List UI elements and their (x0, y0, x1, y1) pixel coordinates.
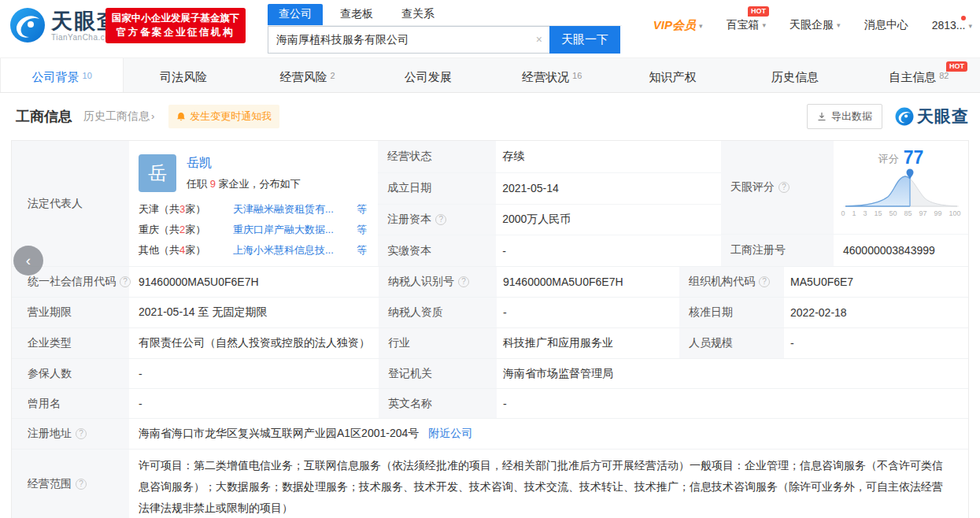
badge-line2: 官方备案企业征信机构 (105, 25, 246, 39)
company-link[interactable]: 重庆口岸产融大数据... (233, 220, 334, 240)
help-icon[interactable]: ? (76, 428, 87, 439)
search-tabs: 查公司 查老板 查关系 (268, 4, 622, 26)
field-value: 有限责任公司（自然人投资或控股的法人独资） (129, 328, 379, 358)
search-input[interactable] (268, 27, 549, 53)
field-value: 科技推广和应用服务业 (497, 328, 679, 358)
search-tab-company[interactable]: 查公司 (268, 4, 323, 25)
vip-member-link[interactable]: VIP会员▾ (653, 18, 703, 33)
field-value: 460000003843999 (834, 235, 968, 266)
history-info-link[interactable]: 历史工商信息› (83, 109, 154, 124)
bell-icon (176, 112, 186, 122)
site-logo[interactable]: 天眼查 TianYanCha.com (9, 7, 120, 43)
table-row: 统一社会信用代码? 91460000MA5U0F6E7H 纳税人识别号? 914… (12, 267, 968, 298)
tab-judicial-risk[interactable]: 司法风险 (124, 58, 246, 92)
field-value: - (496, 235, 721, 266)
more-link[interactable]: 等 (357, 240, 367, 261)
table-row: 企业类型 有限责任公司（自然人投资或控股的法人独资） 行业 科技推广和应用服务业… (12, 328, 968, 359)
toolbox-link[interactable]: HOT百宝箱▾ (727, 18, 767, 32)
tab-company-development[interactable]: 公司发展 (368, 58, 490, 92)
more-link[interactable]: 等 (357, 220, 367, 240)
field-value: - (129, 389, 379, 418)
field-value: 2022-02-18 (784, 298, 968, 327)
table-row: 营业期限 2021-05-14 至 无固定期限 纳税人资质 - 核准日期 202… (12, 298, 968, 328)
chevron-right-icon: › (151, 110, 154, 122)
tianyan-score-chart: 评分77 (834, 141, 968, 234)
list-item: 重庆（共2家） 重庆口岸产融大数据... 等 (139, 220, 378, 240)
search-area: 查公司 查老板 查关系 × 天眼一下 (268, 4, 622, 54)
field-value: 91460000MA5U0F6E7H (497, 267, 679, 297)
more-link[interactable]: 等 (357, 199, 367, 220)
list-item: 其他（共4家） 上海小米慧科信息技... 等 (139, 240, 378, 261)
field-label: 纳税人资质 (379, 298, 497, 327)
field-label: 组织机构代码? (679, 267, 784, 297)
field-value: - (497, 389, 968, 418)
field-value: - (784, 328, 968, 358)
section-title: 工商信息 (16, 107, 72, 126)
table-row: 参保人数 - 登记机关 海南省市场监督管理局 (12, 359, 968, 389)
tab-history-info[interactable]: 历史信息 (735, 58, 857, 92)
search-button[interactable]: 天眼一下 (549, 26, 620, 54)
user-menu: VIP会员▾ HOT百宝箱▾ 天眼企服▾ 消息中心 2813...▾ (653, 0, 972, 50)
help-icon[interactable]: ? (76, 479, 87, 490)
field-value: 海南省市场监督管理局 (497, 359, 968, 388)
hot-badge: HOT (946, 61, 967, 72)
field-label: 经营范围? (12, 450, 129, 518)
tab-operating-status[interactable]: 经营状况16 (491, 58, 613, 92)
field-value: 2021-05-14 至 无固定期限 (129, 298, 379, 327)
help-icon[interactable]: ? (759, 276, 770, 287)
enterprise-service-link[interactable]: 天眼企服▾ (790, 18, 841, 32)
help-icon[interactable]: ? (778, 182, 790, 193)
field-label: 核准日期 (679, 298, 784, 327)
chevron-down-icon: ▾ (968, 22, 972, 30)
watermark-title: 天眼查 (917, 105, 969, 128)
user-account-menu[interactable]: 2813...▾ (932, 19, 972, 31)
chevron-down-icon: ▾ (837, 21, 841, 29)
nearby-companies-link[interactable]: 附近公司 (428, 427, 472, 441)
field-label: 英文名称 (379, 389, 497, 418)
field-label: 曾用名 (12, 389, 129, 418)
tianyancha-logo-icon (9, 7, 46, 43)
score-caption: 评分 (878, 153, 899, 165)
company-link[interactable]: 天津融米融资租赁有... (233, 199, 334, 220)
help-icon[interactable]: ? (435, 214, 446, 225)
help-icon[interactable]: ? (458, 276, 469, 287)
avatar[interactable]: 岳 (139, 154, 176, 192)
hot-badge: HOT (748, 6, 769, 17)
tab-intellectual-property[interactable]: 知识产权 (613, 58, 735, 92)
search-tab-boss[interactable]: 查老板 (329, 4, 384, 25)
score-axis-ticks: 0131550859799100 (841, 209, 961, 217)
field-value: MA5U0F6E7 (784, 267, 968, 297)
export-data-button[interactable]: 导出数据 (807, 104, 882, 129)
search-tab-relation[interactable]: 查关系 (390, 4, 446, 25)
tab-operating-risk[interactable]: 经营风险2 (246, 58, 368, 92)
field-label: 成立日期 (378, 173, 496, 204)
score-value: 77 (904, 147, 924, 168)
field-label: 登记机关 (379, 359, 497, 388)
field-label: 纳税人识别号? (379, 267, 497, 297)
carousel-prev-button[interactable]: ‹ (13, 246, 43, 276)
field-label: 注册资本? (378, 205, 496, 235)
field-value: 2021-05-14 (496, 173, 721, 204)
field-label: 经营状态 (378, 141, 496, 172)
tab-self-info[interactable]: 自主信息82HOT (858, 58, 980, 92)
notify-change-button[interactable]: 发生变更时通知我 (168, 105, 279, 128)
message-center-link[interactable]: 消息中心 (864, 18, 908, 32)
chevron-left-icon: ‹ (26, 252, 31, 269)
tab-company-background[interactable]: 公司背景10 (0, 58, 124, 92)
table-row: 曾用名 - 英文名称 - (12, 389, 968, 419)
badge-line1: 国家中小企业发展子基金旗下 (105, 11, 246, 25)
chevron-down-icon: ▾ (763, 21, 767, 29)
company-nav-tabs: 公司背景10 司法风险 经营风险2 公司发展 经营状况16 知识产权 历史信息 … (0, 57, 980, 93)
field-label: 工商注册号 (721, 235, 834, 266)
clear-icon[interactable]: × (536, 33, 542, 46)
company-link[interactable]: 上海小米慧科信息技... (233, 240, 334, 261)
field-label: 参保人数 (12, 359, 129, 388)
notification-dot-icon (961, 16, 966, 20)
field-label: 营业期限 (12, 298, 129, 327)
legal-rep-cell: 岳 岳凯 任职 9 家企业，分布如下 天津（共3家） 天津融米融资租赁有... … (129, 141, 378, 266)
business-scope-text: 许可项目：第二类增值电信业务；互联网信息服务（依法须经批准的项目，经相关部门批准… (129, 450, 968, 518)
business-info-card: 法定代表人 岳 岳凯 任职 9 家企业，分布如下 天津（共3家） 天津融米融资租… (11, 140, 969, 518)
field-value: - (129, 359, 379, 388)
legal-rep-name-link[interactable]: 岳凯 (187, 155, 300, 172)
search-input-wrap: × (268, 26, 549, 54)
